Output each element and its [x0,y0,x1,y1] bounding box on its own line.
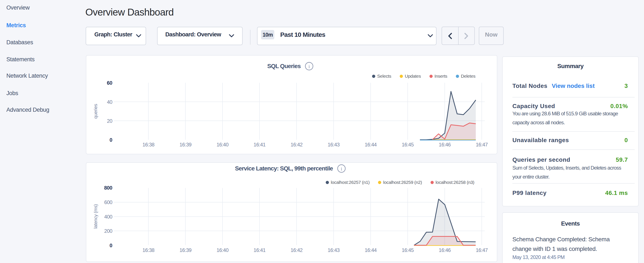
svg-text:i: i [308,64,310,69]
svg-text:i: i [340,166,342,171]
